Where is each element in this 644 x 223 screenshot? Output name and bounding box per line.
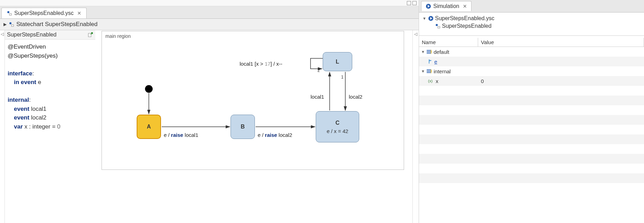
row-var-x-value[interactable]: 0	[478, 78, 644, 84]
tree-root-row[interactable]: ▼ SuperStepsEnabled.ysc	[422, 15, 641, 22]
kw-in-event: in event	[14, 79, 36, 85]
chevron-down-icon[interactable]: ▼	[422, 16, 427, 20]
svg-point-12	[436, 24, 438, 26]
state-b-label: B	[241, 124, 245, 130]
interface-icon	[427, 49, 432, 54]
tree-child-label: SuperStepsEnabled	[442, 23, 491, 29]
transition-l-self-label[interactable]: local1 [x > 17] / x--	[240, 61, 282, 67]
svg-text:(x): (x)	[428, 79, 433, 83]
svg-rect-20	[427, 72, 431, 73]
svg-rect-16	[427, 53, 431, 53]
variable-icon: (x)	[428, 79, 434, 83]
state-c-action: e / x = 42	[327, 128, 348, 134]
table-row-default[interactable]: ▼ default	[419, 47, 644, 57]
play-icon	[426, 3, 431, 9]
svg-rect-15	[427, 51, 431, 52]
row-default-label: default	[434, 49, 449, 55]
state-l[interactable]: L	[323, 52, 352, 71]
sim-tab-bar: Simulation ✕	[419, 0, 644, 13]
popout-icon[interactable]	[88, 32, 93, 38]
transition-l-c-label[interactable]: local2	[349, 94, 362, 100]
state-a-label: A	[147, 124, 151, 130]
transition-a-b-label[interactable]: e / raise local1	[164, 132, 198, 138]
kw-internal: internal	[8, 97, 29, 103]
kw-event2: event	[14, 114, 29, 121]
svg-rect-13	[438, 26, 440, 28]
play-icon	[428, 16, 434, 21]
maximize-icon[interactable]	[412, 1, 417, 5]
minimize-icon[interactable]	[407, 1, 411, 5]
editor-tab-bar: SuperStepsEnabled.ysc ✕	[0, 6, 419, 19]
diagram-canvas[interactable]: main region A B C e / x = 42 L	[95, 30, 412, 223]
diagram-edges	[102, 31, 404, 170]
close-icon[interactable]: ✕	[463, 3, 467, 9]
table-row-internal[interactable]: ▼ internal	[419, 66, 644, 76]
sim-tab-label: Simulation	[433, 3, 459, 9]
breadcrumb[interactable]: ▶ Statechart SuperStepsEnabled	[0, 19, 419, 30]
table-row-empty	[419, 134, 644, 144]
table-row-empty	[419, 125, 644, 134]
statechart-icon	[435, 23, 441, 29]
breadcrumb-label: Statechart SuperStepsEnabled	[16, 21, 97, 28]
priority-1: 1	[341, 75, 344, 80]
table-row-empty	[419, 105, 644, 115]
svg-point-0	[7, 11, 9, 13]
var-init: 0	[57, 123, 60, 130]
sim-tab[interactable]: Simulation ✕	[421, 1, 472, 11]
definition-text[interactable]: @EventDriven @SuperSteps(yes) interface:…	[5, 40, 95, 134]
chevron-down-icon[interactable]: ▼	[421, 69, 425, 73]
initial-state[interactable]	[145, 85, 153, 93]
table-row-empty	[419, 154, 644, 164]
svg-rect-18	[427, 69, 431, 70]
table-row-empty	[419, 115, 644, 125]
state-l-label: L	[336, 59, 339, 65]
sim-variables-table: Name Value ▼ default e	[419, 38, 644, 223]
svg-rect-4	[88, 33, 91, 37]
definition-panel: SuperStepsEnabled @EventDriven @SuperSte…	[5, 30, 95, 223]
simulation-panel: Simulation ✕ ▼ SuperStepsEnabled.ysc Sup…	[419, 0, 644, 223]
svg-rect-19	[427, 71, 431, 72]
evname-local2: local2	[29, 114, 46, 121]
tree-root-label: SuperStepsEnabled.ysc	[435, 15, 494, 22]
table-row-empty	[419, 173, 644, 183]
breadcrumb-arrow-icon: ▶	[3, 22, 7, 27]
editor-tab[interactable]: SuperStepsEnabled.ysc ✕	[1, 8, 87, 18]
transition-b-c-label[interactable]: e / raise local2	[258, 132, 292, 138]
view-toolbar	[0, 0, 419, 6]
chevron-down-icon[interactable]: ▼	[421, 50, 425, 54]
state-c-label: C	[336, 120, 340, 126]
table-row-empty	[419, 86, 644, 96]
event-flag-icon	[428, 59, 433, 64]
collapse-left-handle[interactable]: ◁	[0, 30, 5, 223]
kw-var: var	[14, 123, 23, 130]
evname-local1: local1	[29, 106, 46, 112]
table-header: Name Value	[419, 38, 644, 47]
table-row-empty	[419, 164, 644, 173]
state-b[interactable]: B	[231, 115, 255, 139]
interface-icon	[427, 69, 432, 74]
col-value-header[interactable]: Value	[478, 38, 644, 47]
table-row-var-x[interactable]: (x) x 0	[419, 76, 644, 86]
collapse-right-handle[interactable]: ◁	[412, 30, 419, 223]
row-event-e-label[interactable]: e	[434, 59, 437, 65]
table-row-empty	[419, 96, 644, 105]
sim-session-tree[interactable]: ▼ SuperStepsEnabled.ysc SuperStepsEnable…	[419, 13, 644, 36]
svg-point-2	[9, 22, 11, 24]
var-decl: x : integer =	[23, 123, 57, 130]
transition-c-l-label[interactable]: local1	[311, 94, 324, 100]
annotation-eventdriven: @EventDriven	[8, 43, 46, 50]
close-icon[interactable]: ✕	[77, 10, 81, 16]
kw-interface: interface	[8, 70, 32, 77]
annotation-supersteps: @SuperSteps(yes)	[8, 52, 58, 59]
svg-rect-1	[9, 14, 11, 15]
region-main[interactable]: main region A B C e / x = 42 L	[102, 31, 404, 170]
evname-e: e	[36, 79, 41, 85]
tree-child-row[interactable]: SuperStepsEnabled	[422, 22, 641, 30]
region-label: main region	[102, 31, 404, 41]
row-internal-label: internal	[434, 68, 451, 74]
col-name-header[interactable]: Name	[419, 38, 478, 47]
statechart-icon	[9, 22, 14, 27]
state-c[interactable]: C e / x = 42	[316, 111, 359, 142]
table-row-event-e[interactable]: e	[419, 57, 644, 66]
state-a[interactable]: A	[137, 115, 161, 139]
